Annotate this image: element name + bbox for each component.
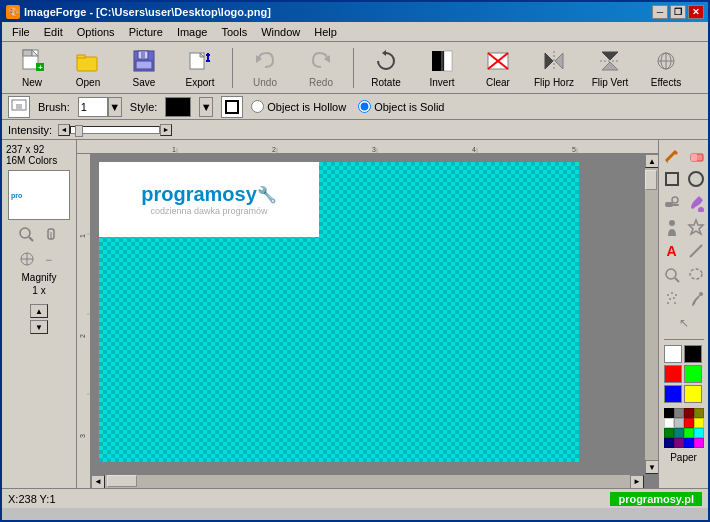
menu-file[interactable]: File [6, 23, 36, 41]
scroll-left-btn[interactable]: ◄ [91, 475, 105, 489]
open-button[interactable]: Open [62, 45, 114, 91]
palette-cyan[interactable] [694, 428, 704, 438]
palette-red[interactable] [684, 418, 694, 428]
color-swatch[interactable] [165, 97, 191, 117]
scroll-thumb-h[interactable] [107, 475, 137, 487]
palette-green[interactable] [664, 428, 674, 438]
menu-help[interactable]: Help [308, 23, 343, 41]
palette-lime[interactable] [684, 428, 694, 438]
svg-point-82 [675, 294, 677, 296]
scroll-thumb-v[interactable] [645, 170, 657, 190]
svg-rect-9 [136, 61, 152, 69]
scroll-down-btn[interactable]: ▼ [645, 460, 658, 474]
palette-yellow[interactable] [694, 418, 704, 428]
intensity-slider[interactable] [70, 126, 160, 134]
restore-button[interactable]: ❐ [670, 5, 686, 19]
effects-button[interactable]: Effects [640, 45, 692, 91]
close-button[interactable]: ✕ [688, 5, 704, 19]
vertical-scrollbar[interactable]: ▲ ▼ [644, 154, 658, 474]
flip-horz-button[interactable]: Flip Horz [528, 45, 580, 91]
eraser-tool[interactable] [685, 144, 707, 166]
intensity-decrease[interactable]: ◄ [58, 124, 70, 136]
scroll-up-btn[interactable]: ▲ [645, 154, 658, 168]
star-tool[interactable] [685, 216, 707, 238]
palette-teal[interactable] [674, 428, 684, 438]
line-tool[interactable] [685, 240, 707, 262]
menu-tools[interactable]: Tools [215, 23, 253, 41]
logo-row: programosy 🔧 [141, 183, 277, 206]
magnify-glass-btn[interactable] [16, 224, 38, 246]
export-button[interactable]: Export [174, 45, 226, 91]
svg-text:3: 3 [372, 146, 376, 153]
rotate-label: Rotate [371, 77, 400, 88]
pan-btn[interactable] [40, 224, 62, 246]
svg-text:2: 2 [272, 146, 276, 153]
hollow-radio[interactable] [251, 100, 264, 113]
menu-window[interactable]: Window [255, 23, 306, 41]
intensity-increase[interactable]: ► [160, 124, 172, 136]
fill-tool[interactable] [685, 192, 707, 214]
undo-button[interactable]: Undo [239, 45, 291, 91]
palette-purple[interactable] [674, 438, 684, 448]
undo-icon [251, 47, 279, 75]
color-blue[interactable] [664, 385, 682, 403]
spray-tool[interactable] [661, 288, 683, 310]
hollow-radio-label[interactable]: Object is Hollow [251, 100, 346, 113]
menu-picture[interactable]: Picture [123, 23, 169, 41]
canvas-info: 237 x 92 16M Colors [6, 144, 72, 166]
palette-blue[interactable] [684, 438, 694, 448]
zoom-out-btn[interactable]: − [40, 248, 62, 270]
flip-vert-button[interactable]: Flip Vert [584, 45, 636, 91]
scroll-right-btn[interactable]: ► [630, 475, 644, 489]
dropper-tool[interactable] [685, 288, 707, 310]
solid-radio-label[interactable]: Object is Solid [358, 100, 444, 113]
redo-button[interactable]: Redo [295, 45, 347, 91]
nav-down[interactable]: ▼ [30, 320, 48, 334]
brush-icon [8, 96, 30, 118]
logo-wrench-icon: 🔧 [257, 185, 277, 204]
person-tool[interactable] [661, 216, 683, 238]
invert-button[interactable]: Invert [416, 45, 468, 91]
open-label: Open [76, 77, 100, 88]
menu-image[interactable]: Image [171, 23, 214, 41]
palette-olive[interactable] [694, 408, 704, 418]
drawing-area[interactable]: programosy 🔧 codzienna dawka programów ▲… [91, 154, 658, 488]
rotate-button[interactable]: Rotate [360, 45, 412, 91]
palette-magenta[interactable] [694, 438, 704, 448]
solid-radio[interactable] [358, 100, 371, 113]
brush-size-select[interactable]: 1 [78, 97, 108, 117]
minimize-button[interactable]: ─ [652, 5, 668, 19]
rect-tool[interactable] [661, 168, 683, 190]
palette-gray[interactable] [674, 408, 684, 418]
color-pick-btn[interactable] [16, 248, 38, 270]
horizontal-scrollbar[interactable]: ◄ ► [91, 474, 644, 488]
palette-darkred[interactable] [684, 408, 694, 418]
menu-edit[interactable]: Edit [38, 23, 69, 41]
color-green[interactable] [684, 365, 702, 383]
airbrush-tool[interactable] [661, 192, 683, 214]
zoom-tool[interactable] [661, 264, 683, 286]
nav-up[interactable]: ▲ [30, 304, 48, 318]
brush-label: Brush: [38, 101, 70, 113]
save-button[interactable]: Save [118, 45, 170, 91]
color-red[interactable] [664, 365, 682, 383]
svg-line-78 [675, 278, 679, 282]
palette-silver[interactable] [674, 418, 684, 428]
new-button[interactable]: + New [6, 45, 58, 91]
color-black[interactable] [684, 345, 702, 363]
color-yellow[interactable] [684, 385, 702, 403]
style-dropdown[interactable]: ▼ [199, 97, 213, 117]
text-tool[interactable]: A [661, 240, 683, 262]
palette-black[interactable] [664, 408, 674, 418]
pencil-tool[interactable] [661, 144, 683, 166]
circle-tool[interactable] [685, 168, 707, 190]
intensity-thumb[interactable] [75, 125, 83, 137]
menu-options[interactable]: Options [71, 23, 121, 41]
lasso-tool[interactable] [685, 264, 707, 286]
clear-button[interactable]: Clear [472, 45, 524, 91]
color-white[interactable] [664, 345, 682, 363]
palette-white[interactable] [664, 418, 674, 428]
palette-navy[interactable] [664, 438, 674, 448]
brush-size-dropdown[interactable]: ▼ [108, 97, 122, 117]
status-bar: X:238 Y:1 programosy.pl [2, 488, 708, 508]
